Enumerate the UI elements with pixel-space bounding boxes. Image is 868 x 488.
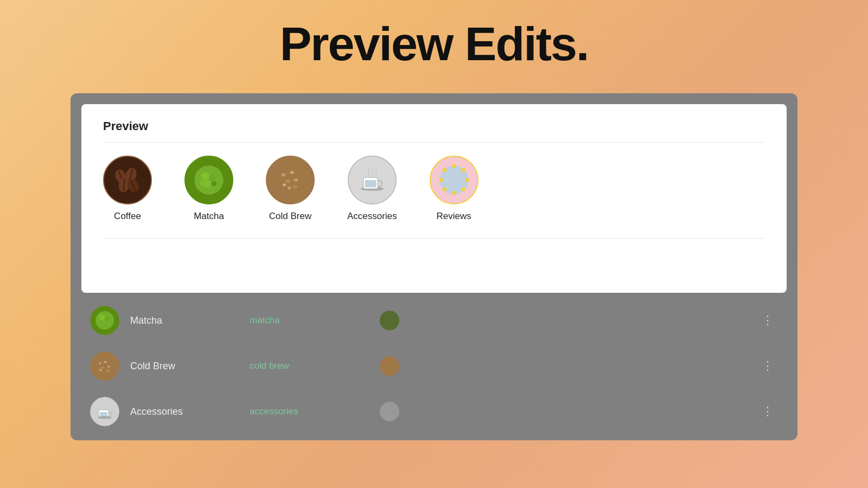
list-item: Matcha matcha ⋮ — [81, 298, 787, 343]
svg-point-13 — [203, 180, 210, 187]
svg-rect-47 — [99, 369, 102, 371]
category-icon-matcha — [184, 156, 233, 204]
list-avatar-matcha-svg — [90, 306, 119, 335]
list-item: Accessories accessories ⋮ — [81, 389, 787, 434]
svg-point-12 — [209, 174, 215, 180]
category-icon-reviews — [430, 156, 478, 204]
category-item-cold-brew[interactable]: Cold Brew — [266, 156, 315, 222]
list-item-color-matcha — [380, 311, 399, 330]
category-name-accessories: Accessories — [347, 211, 397, 222]
category-icon-coffee — [103, 156, 152, 204]
reviews-icon-svg — [431, 157, 477, 203]
svg-point-31 — [461, 168, 465, 172]
list-item-tag-cold-brew: cold brew — [250, 361, 347, 371]
list-item-more-matcha[interactable]: ⋮ — [757, 311, 778, 330]
page-title: Preview Edits. — [280, 16, 589, 72]
svg-rect-45 — [101, 367, 104, 369]
svg-rect-27 — [365, 180, 376, 187]
svg-rect-19 — [285, 179, 290, 183]
svg-rect-52 — [100, 412, 107, 417]
category-item-coffee[interactable]: Coffee — [103, 156, 152, 222]
preview-label: Preview — [103, 119, 765, 143]
matcha-icon-svg — [186, 157, 232, 203]
coffee-icon-svg — [104, 157, 151, 203]
category-item-accessories[interactable]: Accessories — [347, 156, 397, 222]
category-item-matcha[interactable]: Matcha — [184, 156, 233, 222]
accessories-icon-svg — [349, 157, 395, 203]
list-item-more-accessories[interactable]: ⋮ — [757, 402, 778, 421]
svg-point-16 — [267, 157, 314, 203]
preview-card: Preview — [81, 104, 787, 293]
svg-point-14 — [212, 181, 217, 187]
list-avatar-cold-brew-svg — [90, 351, 119, 381]
category-name-coffee: Coffee — [114, 211, 141, 222]
svg-point-42 — [90, 351, 119, 381]
svg-point-10 — [194, 165, 224, 195]
svg-point-36 — [439, 178, 443, 182]
list-item-name-accessories: Accessories — [130, 406, 239, 418]
list-item-name-matcha: Matcha — [130, 315, 239, 326]
svg-point-11 — [201, 172, 209, 181]
list-item-avatar-accessories — [90, 397, 119, 426]
list-item-name-cold-brew: Cold Brew — [130, 361, 239, 372]
svg-point-41 — [105, 317, 110, 321]
category-icon-cold-brew — [266, 156, 315, 204]
svg-point-32 — [465, 178, 469, 182]
svg-point-37 — [443, 168, 447, 172]
svg-point-33 — [461, 187, 465, 191]
svg-point-34 — [452, 191, 456, 195]
list-item-tag-accessories: accessories — [250, 406, 347, 417]
list-item-more-cold-brew[interactable]: ⋮ — [757, 357, 778, 375]
list-section: Matcha matcha ⋮ Cold Brew cold brew — [71, 293, 797, 440]
svg-point-39 — [95, 311, 114, 330]
category-name-reviews: Reviews — [437, 211, 471, 222]
category-name-cold-brew: Cold Brew — [269, 211, 311, 222]
svg-point-15 — [200, 180, 205, 185]
category-item-reviews[interactable]: Reviews — [430, 156, 478, 222]
list-item-tag-matcha: matcha — [250, 315, 347, 326]
category-row: Coffee Matcha — [103, 156, 765, 239]
list-avatar-accessories-svg — [90, 397, 119, 426]
list-item-color-accessories — [380, 402, 399, 421]
list-item-avatar-cold-brew — [90, 351, 119, 381]
svg-point-30 — [452, 164, 456, 168]
list-item: Cold Brew cold brew ⋮ — [81, 344, 787, 388]
list-item-color-cold-brew — [380, 356, 399, 376]
svg-point-35 — [443, 187, 447, 191]
cold-brew-icon-svg — [267, 157, 314, 203]
category-icon-accessories — [348, 156, 397, 204]
preview-spacer — [103, 239, 765, 271]
list-item-avatar-matcha — [90, 306, 119, 335]
svg-point-40 — [99, 315, 105, 320]
category-name-matcha: Matcha — [194, 211, 224, 222]
app-frame: Preview — [71, 93, 797, 440]
